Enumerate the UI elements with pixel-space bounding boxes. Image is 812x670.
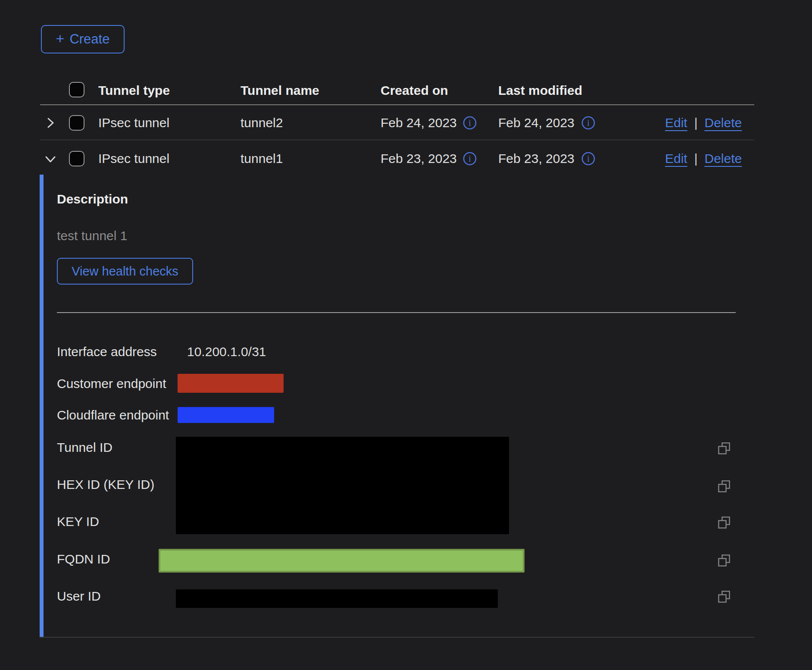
row-divider bbox=[40, 140, 754, 140]
redacted-user-id bbox=[176, 589, 498, 608]
cell-tunnel-name: tunnel1 bbox=[240, 151, 283, 166]
redacted-id-block bbox=[176, 437, 509, 534]
copy-hex-id-button[interactable] bbox=[717, 479, 731, 493]
svg-text:i: i bbox=[468, 154, 471, 163]
create-button[interactable]: + Create bbox=[41, 25, 125, 53]
header-created-on: Created on bbox=[381, 83, 448, 98]
svg-text:i: i bbox=[468, 118, 471, 128]
header-tunnel-type: Tunnel type bbox=[98, 83, 170, 98]
view-health-checks-button[interactable]: View health checks bbox=[57, 258, 193, 285]
row-actions: Edit | Delete bbox=[665, 115, 742, 131]
cell-tunnel-name: tunnel2 bbox=[240, 115, 283, 131]
info-icon[interactable]: i bbox=[581, 151, 596, 166]
field-value-interface-address: 10.200.1.0/31 bbox=[187, 344, 266, 360]
expanded-row-accent-bar bbox=[40, 175, 44, 637]
header-last-modified: Last modified bbox=[498, 83, 582, 98]
field-label-customer-endpoint: Customer endpoint bbox=[57, 376, 166, 391]
chevron-down-icon[interactable] bbox=[45, 153, 56, 165]
tunnels-page: + Create Tunnel type Tunnel name Created… bbox=[0, 0, 812, 670]
cell-tunnel-type: IPsec tunnel bbox=[98, 151, 169, 166]
delete-link[interactable]: Delete bbox=[705, 115, 742, 131]
field-label-interface-address: Interface address bbox=[57, 344, 157, 360]
cell-tunnel-type: IPsec tunnel bbox=[98, 115, 169, 131]
expanded-row-bottom-border bbox=[40, 637, 754, 638]
info-icon[interactable]: i bbox=[462, 116, 477, 130]
redacted-fqdn-id bbox=[159, 549, 525, 573]
field-label-fqdn-id: FQDN ID bbox=[57, 551, 110, 567]
field-label-tunnel-id: Tunnel ID bbox=[57, 440, 112, 455]
copy-key-id-button[interactable] bbox=[717, 516, 731, 529]
chevron-right-icon[interactable] bbox=[45, 117, 56, 128]
copy-tunnel-id-button[interactable] bbox=[717, 441, 731, 455]
row-actions: Edit | Delete bbox=[665, 151, 742, 166]
description-heading: Description bbox=[57, 192, 128, 207]
copy-fqdn-id-button[interactable] bbox=[717, 554, 731, 567]
svg-text:i: i bbox=[587, 118, 590, 128]
details-divider bbox=[57, 312, 736, 313]
svg-text:i: i bbox=[587, 154, 590, 163]
cell-last-modified: Feb 23, 2023 bbox=[498, 151, 575, 166]
field-label-hex-id: HEX ID (KEY ID) bbox=[57, 477, 154, 492]
description-value: test tunnel 1 bbox=[57, 229, 127, 243]
header-divider bbox=[40, 104, 754, 105]
field-label-cloudflare-endpoint: Cloudflare endpoint bbox=[57, 407, 169, 423]
plus-icon: + bbox=[56, 31, 65, 46]
select-all-checkbox[interactable] bbox=[69, 82, 84, 97]
row-checkbox[interactable] bbox=[69, 115, 84, 131]
edit-link[interactable]: Edit bbox=[665, 151, 687, 166]
redacted-cloudflare-endpoint bbox=[178, 407, 274, 423]
create-button-label: Create bbox=[69, 31, 109, 47]
redacted-customer-endpoint bbox=[178, 374, 284, 393]
cell-created-on: Feb 23, 2023 bbox=[381, 151, 457, 166]
header-tunnel-name: Tunnel name bbox=[240, 83, 319, 98]
info-icon[interactable]: i bbox=[462, 151, 477, 166]
field-label-key-id: KEY ID bbox=[57, 514, 99, 529]
cell-created-on: Feb 24, 2023 bbox=[381, 115, 457, 131]
delete-link[interactable]: Delete bbox=[705, 151, 742, 166]
cell-last-modified: Feb 24, 2023 bbox=[498, 115, 575, 131]
action-separator: | bbox=[694, 115, 698, 131]
copy-user-id-button[interactable] bbox=[717, 590, 731, 604]
row-checkbox[interactable] bbox=[69, 151, 84, 166]
field-label-user-id: User ID bbox=[57, 589, 101, 604]
edit-link[interactable]: Edit bbox=[665, 115, 687, 131]
info-icon[interactable]: i bbox=[581, 116, 596, 130]
action-separator: | bbox=[694, 151, 698, 166]
